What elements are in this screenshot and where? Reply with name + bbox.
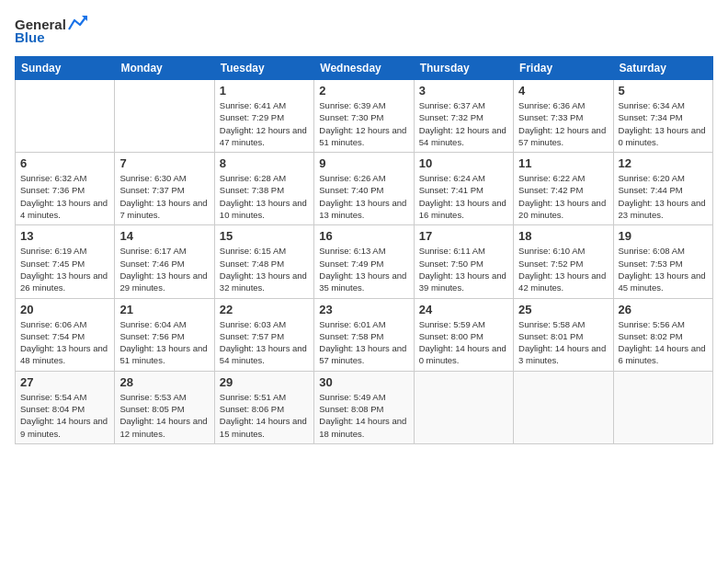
calendar-cell: 22Sunrise: 6:03 AMSunset: 7:57 PMDayligh…	[214, 298, 313, 371]
day-detail: Sunrise: 6:03 AMSunset: 7:57 PMDaylight:…	[220, 318, 309, 367]
day-detail: Sunrise: 6:08 AMSunset: 7:53 PMDaylight:…	[619, 245, 708, 293]
calendar-cell: 1Sunrise: 6:41 AMSunset: 7:29 PMDaylight…	[214, 80, 313, 153]
calendar-cell: 9Sunrise: 6:26 AMSunset: 7:40 PMDaylight…	[314, 153, 414, 225]
day-detail: Sunrise: 5:59 AMSunset: 8:00 PMDaylight:…	[419, 318, 508, 367]
calendar-cell: 11Sunrise: 6:22 AMSunset: 7:42 PMDayligh…	[514, 153, 613, 225]
day-detail: Sunrise: 6:24 AMSunset: 7:41 PMDaylight:…	[419, 172, 508, 221]
column-header-thursday: Thursday	[414, 57, 513, 80]
logo-chart-icon	[68, 15, 88, 31]
day-number: 3	[419, 84, 508, 98]
calendar-week-row: 6Sunrise: 6:32 AMSunset: 7:36 PMDaylight…	[16, 153, 713, 225]
calendar-cell: 30Sunrise: 5:49 AMSunset: 8:08 PMDayligh…	[314, 371, 414, 443]
day-detail: Sunrise: 5:49 AMSunset: 8:08 PMDaylight:…	[319, 391, 408, 440]
calendar-cell: 6Sunrise: 6:32 AMSunset: 7:36 PMDaylight…	[16, 153, 115, 225]
day-detail: Sunrise: 6:28 AMSunset: 7:38 PMDaylight:…	[220, 172, 309, 221]
calendar-cell	[514, 371, 613, 443]
day-number: 12	[619, 156, 708, 170]
column-header-tuesday: Tuesday	[214, 57, 313, 80]
calendar-cell: 10Sunrise: 6:24 AMSunset: 7:41 PMDayligh…	[414, 153, 513, 225]
day-number: 21	[119, 303, 209, 316]
day-detail: Sunrise: 5:58 AMSunset: 8:01 PMDaylight:…	[518, 318, 608, 367]
day-number: 25	[518, 303, 608, 316]
day-number: 23	[319, 303, 408, 316]
page-header: General Blue	[15, 15, 713, 45]
day-number: 24	[419, 303, 508, 316]
day-detail: Sunrise: 5:51 AMSunset: 8:06 PMDaylight:…	[220, 391, 309, 440]
calendar-cell: 4Sunrise: 6:36 AMSunset: 7:33 PMDaylight…	[514, 80, 613, 153]
calendar-cell: 2Sunrise: 6:39 AMSunset: 7:30 PMDaylight…	[314, 80, 414, 153]
day-number: 10	[419, 156, 508, 170]
day-detail: Sunrise: 6:37 AMSunset: 7:32 PMDaylight:…	[419, 99, 508, 148]
calendar-cell: 8Sunrise: 6:28 AMSunset: 7:38 PMDaylight…	[214, 153, 313, 225]
day-detail: Sunrise: 6:41 AMSunset: 7:29 PMDaylight:…	[220, 99, 309, 148]
day-number: 30	[319, 375, 408, 389]
day-detail: Sunrise: 6:34 AMSunset: 7:34 PMDaylight:…	[619, 99, 708, 148]
logo: General Blue	[15, 15, 88, 45]
day-number: 11	[518, 156, 608, 170]
day-number: 27	[20, 375, 109, 389]
day-detail: Sunrise: 6:01 AMSunset: 7:58 PMDaylight:…	[319, 318, 408, 367]
calendar-table: SundayMondayTuesdayWednesdayThursdayFrid…	[15, 56, 713, 444]
calendar-cell: 13Sunrise: 6:19 AMSunset: 7:45 PMDayligh…	[16, 225, 115, 298]
day-detail: Sunrise: 6:22 AMSunset: 7:42 PMDaylight:…	[518, 172, 608, 221]
day-detail: Sunrise: 6:30 AMSunset: 7:37 PMDaylight:…	[119, 172, 209, 221]
day-detail: Sunrise: 6:15 AMSunset: 7:48 PMDaylight:…	[220, 245, 309, 293]
day-detail: Sunrise: 6:10 AMSunset: 7:52 PMDaylight:…	[518, 245, 608, 293]
day-detail: Sunrise: 6:39 AMSunset: 7:30 PMDaylight:…	[319, 99, 408, 148]
column-header-wednesday: Wednesday	[314, 57, 414, 80]
day-number: 16	[319, 229, 408, 243]
calendar-cell	[16, 80, 115, 153]
day-number: 15	[220, 229, 309, 243]
day-detail: Sunrise: 5:54 AMSunset: 8:04 PMDaylight:…	[20, 391, 109, 440]
day-detail: Sunrise: 6:17 AMSunset: 7:46 PMDaylight:…	[119, 245, 209, 293]
day-number: 7	[119, 156, 209, 170]
day-detail: Sunrise: 6:06 AMSunset: 7:54 PMDaylight:…	[20, 318, 109, 367]
day-number: 13	[20, 229, 109, 243]
calendar-cell: 29Sunrise: 5:51 AMSunset: 8:06 PMDayligh…	[214, 371, 313, 443]
calendar-cell: 20Sunrise: 6:06 AMSunset: 7:54 PMDayligh…	[16, 298, 115, 371]
calendar-cell	[613, 371, 712, 443]
calendar-cell: 21Sunrise: 6:04 AMSunset: 7:56 PMDayligh…	[115, 298, 214, 371]
logo: General Blue	[15, 15, 88, 45]
calendar-week-row: 27Sunrise: 5:54 AMSunset: 8:04 PMDayligh…	[16, 371, 713, 443]
day-detail: Sunrise: 6:13 AMSunset: 7:49 PMDaylight:…	[319, 245, 408, 293]
day-detail: Sunrise: 6:26 AMSunset: 7:40 PMDaylight:…	[319, 172, 408, 221]
calendar-header-row: SundayMondayTuesdayWednesdayThursdayFrid…	[16, 57, 713, 80]
day-detail: Sunrise: 6:11 AMSunset: 7:50 PMDaylight:…	[419, 245, 508, 293]
calendar-cell: 14Sunrise: 6:17 AMSunset: 7:46 PMDayligh…	[115, 225, 214, 298]
day-number: 14	[119, 229, 209, 243]
calendar-cell: 27Sunrise: 5:54 AMSunset: 8:04 PMDayligh…	[16, 371, 115, 443]
calendar-cell: 24Sunrise: 5:59 AMSunset: 8:00 PMDayligh…	[414, 298, 513, 371]
day-detail: Sunrise: 6:19 AMSunset: 7:45 PMDaylight:…	[20, 245, 109, 293]
day-number: 6	[20, 156, 109, 170]
column-header-saturday: Saturday	[613, 57, 712, 80]
calendar-cell: 18Sunrise: 6:10 AMSunset: 7:52 PMDayligh…	[514, 225, 613, 298]
calendar-cell: 16Sunrise: 6:13 AMSunset: 7:49 PMDayligh…	[314, 225, 414, 298]
day-number: 28	[119, 375, 209, 389]
day-detail: Sunrise: 6:36 AMSunset: 7:33 PMDaylight:…	[518, 99, 608, 148]
calendar-cell: 15Sunrise: 6:15 AMSunset: 7:48 PMDayligh…	[214, 225, 313, 298]
day-detail: Sunrise: 6:32 AMSunset: 7:36 PMDaylight:…	[20, 172, 109, 221]
calendar-cell: 3Sunrise: 6:37 AMSunset: 7:32 PMDaylight…	[414, 80, 513, 153]
column-header-friday: Friday	[514, 57, 613, 80]
day-detail: Sunrise: 6:20 AMSunset: 7:44 PMDaylight:…	[619, 172, 708, 221]
calendar-cell: 23Sunrise: 6:01 AMSunset: 7:58 PMDayligh…	[314, 298, 414, 371]
day-number: 2	[319, 84, 408, 98]
calendar-cell: 19Sunrise: 6:08 AMSunset: 7:53 PMDayligh…	[613, 225, 712, 298]
calendar-week-row: 1Sunrise: 6:41 AMSunset: 7:29 PMDaylight…	[16, 80, 713, 153]
calendar-cell: 25Sunrise: 5:58 AMSunset: 8:01 PMDayligh…	[514, 298, 613, 371]
day-number: 22	[220, 303, 309, 316]
calendar-cell: 5Sunrise: 6:34 AMSunset: 7:34 PMDaylight…	[613, 80, 712, 153]
calendar-week-row: 20Sunrise: 6:06 AMSunset: 7:54 PMDayligh…	[16, 298, 713, 371]
calendar-week-row: 13Sunrise: 6:19 AMSunset: 7:45 PMDayligh…	[16, 225, 713, 298]
day-detail: Sunrise: 5:53 AMSunset: 8:05 PMDaylight:…	[119, 391, 209, 440]
calendar-cell	[115, 80, 214, 153]
day-number: 19	[619, 229, 708, 243]
calendar-cell: 12Sunrise: 6:20 AMSunset: 7:44 PMDayligh…	[613, 153, 712, 225]
day-number: 17	[419, 229, 508, 243]
calendar-cell	[414, 371, 513, 443]
day-detail: Sunrise: 6:04 AMSunset: 7:56 PMDaylight:…	[119, 318, 209, 367]
day-number: 26	[619, 303, 708, 316]
calendar-cell: 17Sunrise: 6:11 AMSunset: 7:50 PMDayligh…	[414, 225, 513, 298]
day-number: 5	[619, 84, 708, 98]
